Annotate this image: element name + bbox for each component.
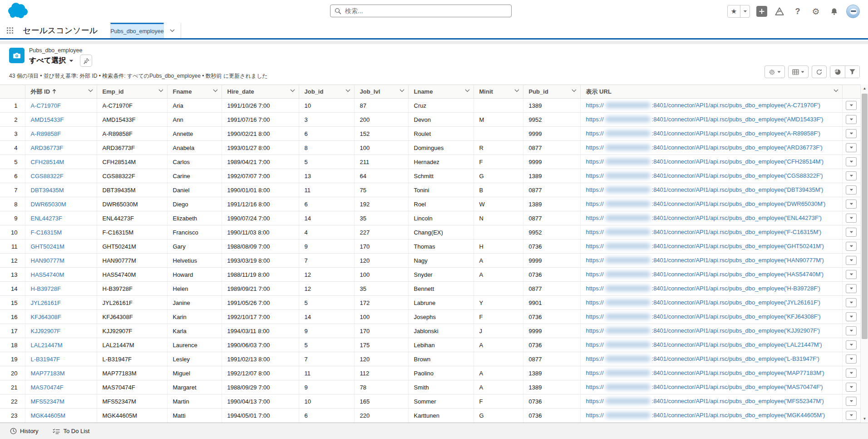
row-actions-button[interactable] (846, 270, 857, 279)
url-prefix-link[interactable]: https:// (586, 384, 604, 390)
url-prefix-link[interactable]: https:// (586, 285, 604, 292)
url-prefix-link[interactable]: https:// (586, 102, 604, 109)
url-tail-link[interactable]: :8401/connector/API1/api.rsc/pubs_dbo_em… (652, 327, 820, 334)
external-id-link[interactable]: GHT50241M (31, 243, 64, 250)
row-actions-button[interactable] (846, 256, 857, 265)
url-tail-link[interactable]: :8401/connector/API1/api.rsc/pubs_dbo_em… (652, 384, 823, 390)
url-prefix-link[interactable]: https:// (586, 398, 604, 404)
url-tail-link[interactable]: :8401/connector/API1/api.rsc/pubs_dbo_em… (652, 271, 824, 278)
row-actions-button[interactable] (846, 340, 857, 349)
url-tail-link[interactable]: :8401/connector/API1/api.rsc/pubs_dbo_em… (652, 102, 820, 109)
row-actions-button[interactable] (846, 326, 857, 335)
search-input[interactable] (330, 5, 512, 17)
filter-button[interactable] (845, 66, 859, 78)
scroll-up-arrow[interactable]: ▲ (861, 85, 868, 92)
url-prefix-link[interactable]: https:// (586, 215, 604, 221)
help-button[interactable]: ? (792, 5, 804, 17)
external-id-link[interactable]: AMD15433F (31, 116, 64, 123)
external-id-link[interactable]: MFS52347M (31, 398, 64, 405)
column-menu-button[interactable] (345, 89, 350, 92)
url-tail-link[interactable]: :8401/connector/API1/api.rsc/pubs_dbo_em… (652, 215, 822, 221)
row-actions-button[interactable] (846, 312, 857, 321)
url-tail-link[interactable]: :8401/connector/API1/api.rsc/pubs_dbo_em… (652, 130, 820, 137)
url-tail-link[interactable]: :8401/connector/API1/api.rsc/pubs_dbo_em… (652, 341, 822, 348)
column-header-job_lvl[interactable]: Job_lvl (354, 85, 408, 99)
url-prefix-link[interactable]: https:// (586, 172, 604, 179)
external-id-link[interactable]: MAS70474F (31, 384, 64, 391)
external-id-link[interactable]: L-B31947F (31, 356, 60, 363)
url-tail-link[interactable]: :8401/connector/API1/api.rsc/pubs_dbo_em… (652, 412, 825, 419)
app-launcher-button[interactable] (0, 23, 20, 38)
url-tail-link[interactable]: :8401/connector/API1/api.rsc/pubs_dbo_em… (652, 369, 824, 376)
row-actions-button[interactable] (846, 115, 857, 124)
url-tail-link[interactable]: :8401/connector/API1/api.rsc/pubs_dbo_em… (652, 257, 824, 264)
url-prefix-link[interactable]: https:// (586, 243, 604, 249)
utility-history-button[interactable]: History (4, 423, 44, 439)
scrollbar-thumb[interactable] (862, 94, 868, 339)
column-header-外部-id[interactable]: 外部 ID (25, 85, 97, 99)
charts-button[interactable] (830, 66, 845, 78)
utility-todo-list-button[interactable]: To Do List (46, 423, 96, 439)
column-header-job_id[interactable]: Job_id (299, 85, 354, 99)
workspace-tab-pubs-dbo-employee[interactable]: Pubs_dbo_employee (110, 23, 164, 38)
row-actions-button[interactable] (846, 383, 857, 392)
url-tail-link[interactable]: :8401/connector/API1/api.rsc/pubs_dbo_em… (652, 200, 826, 207)
row-actions-button[interactable] (846, 411, 857, 420)
external-id-link[interactable]: H-B39728F (31, 285, 61, 292)
row-actions-button[interactable] (846, 284, 857, 293)
column-menu-button[interactable] (399, 89, 404, 92)
column-header-fname[interactable]: Fname (167, 85, 222, 99)
column-header-emp_id[interactable]: Emp_id (97, 85, 167, 99)
url-prefix-link[interactable]: https:// (586, 130, 604, 137)
url-prefix-link[interactable]: https:// (586, 299, 604, 306)
url-prefix-link[interactable]: https:// (586, 271, 604, 278)
star-icon[interactable]: ★ (728, 5, 740, 17)
url-prefix-link[interactable]: https:// (586, 200, 604, 207)
url-tail-link[interactable]: :8401/connector/API1/api.rsc/pubs_dbo_em… (652, 116, 824, 123)
row-actions-button[interactable] (846, 214, 857, 223)
column-header-lname[interactable]: Lname (408, 85, 473, 99)
column-header-表示-url[interactable]: 表示 URL (580, 85, 842, 99)
row-actions-button[interactable] (846, 200, 857, 209)
url-prefix-link[interactable]: https:// (586, 341, 604, 348)
column-menu-button[interactable] (213, 89, 218, 92)
url-prefix-link[interactable]: https:// (586, 116, 604, 123)
url-tail-link[interactable]: :8401/connector/API1/api.rsc/pubs_dbo_em… (652, 229, 822, 235)
row-actions-button[interactable] (846, 143, 857, 152)
tab-menu-button[interactable] (164, 23, 181, 38)
url-prefix-link[interactable]: https:// (586, 327, 604, 334)
external-id-link[interactable]: ENL44273F (31, 215, 62, 222)
external-id-link[interactable]: HAN90777M (31, 257, 64, 264)
external-id-link[interactable]: JYL26161F (31, 299, 61, 306)
scroll-down-arrow[interactable]: ▼ (861, 415, 868, 423)
display-as-button[interactable] (788, 65, 809, 78)
external-id-link[interactable]: A-C71970F (31, 102, 61, 109)
row-actions-button[interactable] (846, 354, 857, 364)
pin-list-view-button[interactable] (80, 55, 92, 67)
url-tail-link[interactable]: :8401/connector/API1/api.rsc/pubs_dbo_em… (652, 186, 824, 193)
external-id-link[interactable]: A-R89858F (31, 130, 61, 137)
url-prefix-link[interactable]: https:// (586, 158, 604, 165)
row-actions-button[interactable] (846, 185, 857, 195)
external-id-link[interactable]: F-C16315M (31, 229, 62, 236)
external-id-link[interactable]: HAS54740M (31, 271, 64, 278)
list-view-selector[interactable]: すべて選択 (29, 56, 74, 65)
external-id-link[interactable]: KFJ64308F (31, 314, 61, 320)
url-tail-link[interactable]: :8401/connector/API1/api.rsc/pubs_dbo_em… (652, 172, 823, 179)
refresh-button[interactable] (812, 65, 827, 78)
row-actions-button[interactable] (846, 242, 857, 251)
user-avatar[interactable] (846, 5, 860, 18)
url-prefix-link[interactable]: https:// (586, 313, 604, 320)
url-prefix-link[interactable]: https:// (586, 144, 604, 151)
column-menu-button[interactable] (158, 89, 163, 92)
external-id-link[interactable]: ARD36773F (31, 145, 64, 151)
url-prefix-link[interactable]: https:// (586, 369, 604, 376)
external-id-link[interactable]: MAP77183M (31, 370, 65, 377)
url-tail-link[interactable]: :8401/connector/API1/api.rsc/pubs_dbo_em… (652, 313, 821, 320)
external-id-link[interactable]: MGK44605M (31, 412, 66, 419)
column-header-hire_date[interactable]: Hire_date (222, 85, 299, 99)
list-controls-button[interactable] (764, 65, 785, 78)
column-menu-button[interactable] (833, 89, 838, 92)
external-id-link[interactable]: KJJ92907F (31, 328, 61, 334)
row-actions-button[interactable] (846, 298, 857, 307)
